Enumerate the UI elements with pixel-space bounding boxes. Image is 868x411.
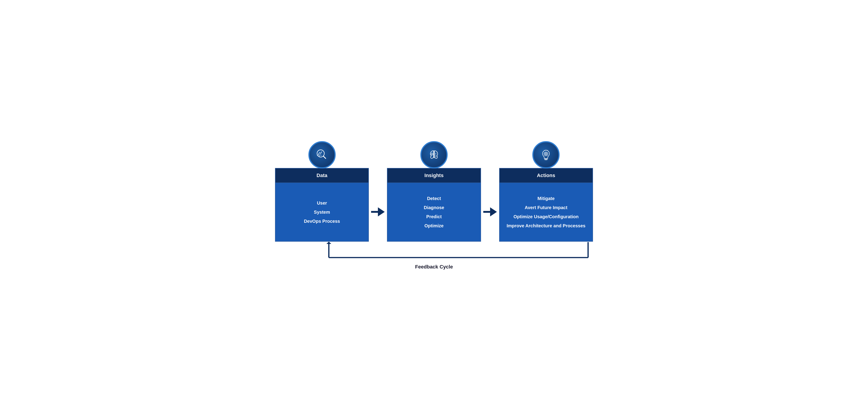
- actions-column-body: Mitigate Avert Future Impact Optimize Us…: [500, 183, 592, 241]
- svg-marker-30: [327, 242, 331, 244]
- actions-item-avert: Avert Future Impact: [525, 203, 567, 212]
- actions-item-mitigate: Mitigate: [537, 194, 555, 203]
- svg-line-26: [548, 150, 548, 150]
- svg-point-9: [435, 153, 436, 154]
- data-header-text: Data: [317, 173, 328, 178]
- insights-item-diagnose: Diagnose: [424, 203, 444, 212]
- svg-point-11: [435, 156, 436, 157]
- svg-point-10: [435, 154, 436, 155]
- svg-point-4: [432, 154, 432, 154]
- feedback-arrow-svg: [275, 242, 593, 262]
- actions-header-text: Actions: [537, 173, 555, 178]
- diagram-wrapper: Data User System DevOps Process Insights…: [275, 141, 593, 270]
- arrow-shape-1: [371, 207, 385, 216]
- actions-column: Actions Mitigate Avert Future Impact Opt…: [499, 168, 593, 242]
- insights-column-body: Detect Diagnose Predict Optimize: [388, 183, 480, 241]
- actions-item-optimize: Optimize Usage/Configuration: [514, 212, 579, 221]
- insights-column: Insights Detect Diagnose Predict Optimiz…: [387, 168, 481, 242]
- actions-icon-circle: [532, 141, 560, 169]
- data-item-system: System: [314, 208, 330, 216]
- feedback-cycle-label: Feedback Cycle: [415, 264, 453, 270]
- svg-point-15: [546, 153, 547, 154]
- actions-column-header: Actions: [500, 169, 592, 183]
- arrow-shape-2: [483, 207, 497, 216]
- data-column: Data User System DevOps Process: [275, 168, 369, 242]
- svg-line-25: [544, 150, 545, 150]
- actions-item-improve: Improve Architecture and Processes: [507, 222, 586, 230]
- data-item-devops: DevOps Process: [304, 217, 340, 225]
- data-column-header: Data: [276, 169, 368, 183]
- icons-row: [275, 141, 593, 169]
- search-analytics-icon: [315, 148, 329, 162]
- arrow-insights-to-actions: [481, 168, 499, 242]
- feedback-section: Feedback Cycle: [275, 242, 593, 270]
- arrow-head-1: [378, 207, 385, 216]
- data-column-body: User System DevOps Process: [276, 183, 368, 241]
- brain-gear-icon: [427, 148, 441, 162]
- insights-item-detect: Detect: [427, 194, 441, 203]
- data-icon-circle: [308, 141, 336, 169]
- insights-item-optimize: Optimize: [425, 222, 443, 230]
- arrow-shaft-1: [371, 211, 378, 213]
- columns-and-arrows: Data User System DevOps Process Insights…: [275, 168, 593, 242]
- insights-column-header: Insights: [388, 169, 480, 183]
- data-item-user: User: [317, 199, 327, 207]
- svg-line-21: [547, 155, 548, 155]
- arrow-data-to-insights: [369, 168, 387, 242]
- arrow-shaft-2: [483, 211, 490, 213]
- arrow-head-2: [490, 207, 497, 216]
- insights-item-predict: Predict: [426, 212, 442, 221]
- lightbulb-gear-icon: [539, 148, 553, 162]
- insights-header-text: Insights: [425, 173, 443, 178]
- svg-line-1: [323, 156, 326, 158]
- insights-icon-circle: [421, 141, 447, 169]
